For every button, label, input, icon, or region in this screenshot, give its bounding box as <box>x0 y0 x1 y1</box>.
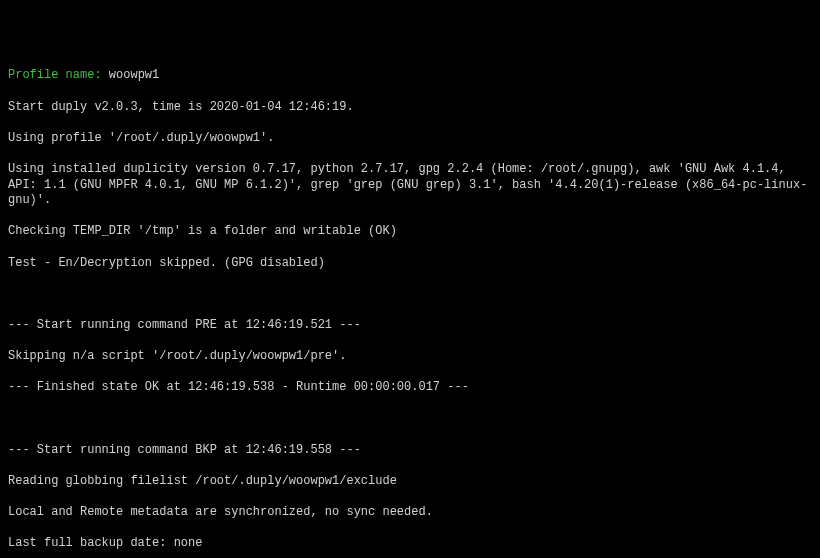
intro-line-3: Using installed duplicity version 0.7.17… <box>8 162 812 209</box>
pre-finish: --- Finished state OK at 12:46:19.538 - … <box>8 380 812 396</box>
intro-line-5: Test - En/Decryption skipped. (GPG disab… <box>8 256 812 272</box>
bkp-start: --- Start running command BKP at 12:46:1… <box>8 443 812 459</box>
intro-line-4: Checking TEMP_DIR '/tmp' is a folder and… <box>8 224 812 240</box>
pre-skip: Skipping n/a script '/root/.duply/woowpw… <box>8 349 812 365</box>
bkp-reading: Reading globbing filelist /root/.duply/w… <box>8 474 812 490</box>
intro-line-1: Start duply v2.0.3, time is 2020-01-04 1… <box>8 100 812 116</box>
profile-label: Profile name: <box>8 68 109 82</box>
blank-1 <box>8 287 812 303</box>
profile-name: woowpw1 <box>109 68 159 82</box>
profile-header: Profile name: woowpw1 <box>8 68 812 84</box>
intro-line-2: Using profile '/root/.duply/woowpw1'. <box>8 131 812 147</box>
bkp-lastfull: Last full backup date: none <box>8 536 812 552</box>
pre-start: --- Start running command PRE at 12:46:1… <box>8 318 812 334</box>
blank-2 <box>8 411 812 427</box>
bkp-sync: Local and Remote metadata are synchroniz… <box>8 505 812 521</box>
